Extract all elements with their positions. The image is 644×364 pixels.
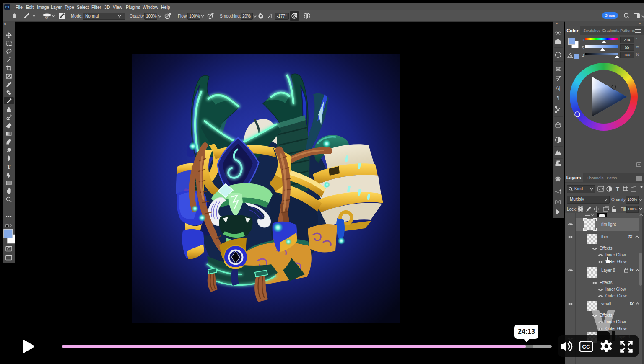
svg-text:T: T [7,164,11,170]
svg-text:»: » [4,22,6,26]
svg-text:¶: ¶ [557,94,559,100]
svg-text:T: T [616,186,619,192]
svg-text:A|: A| [556,85,560,91]
svg-text:«: « [556,22,558,26]
